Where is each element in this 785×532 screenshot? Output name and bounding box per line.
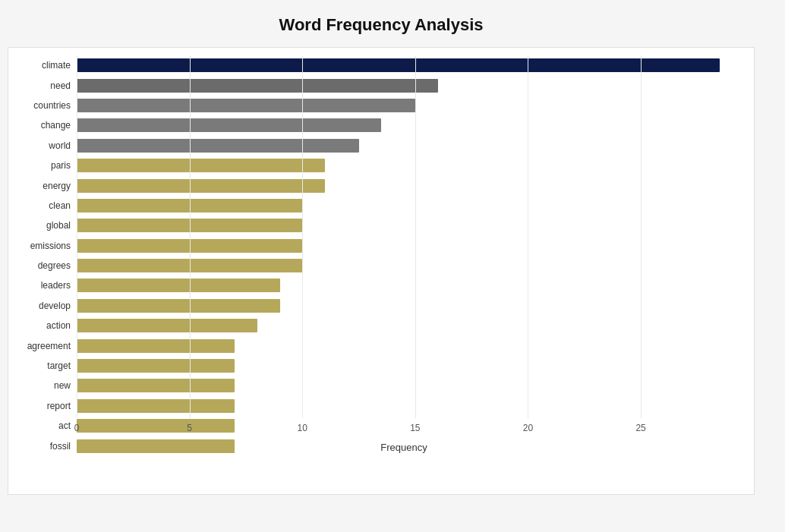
bar-row: action [77,317,731,334]
bar-row: climate [77,57,731,74]
bar [77,99,415,112]
bar [77,239,302,253]
bar-label: clean [10,200,71,211]
bar [77,259,302,272]
bar-label: report [10,401,71,411]
bar-row: target [77,357,731,374]
bar [77,299,280,313]
bar [77,79,438,93]
bar [77,279,280,292]
bar [77,319,257,332]
bar-label: develop [10,301,71,311]
bar-label: fossil [10,441,71,452]
x-axis: 0510152025Frequency [77,418,731,456]
bar-label: countries [10,100,71,111]
bar [77,139,359,153]
bar-row: degrees [77,257,731,274]
bar-row: energy [77,178,731,194]
x-tick-label: 20 [523,423,533,433]
bar-row: paris [77,157,731,174]
bar-label: action [10,320,71,331]
bar-label: leaders [10,280,71,291]
bar-label: world [10,140,71,151]
bar [77,179,325,193]
bar-label: agreement [10,341,71,351]
bars-section: climate need countries change world pari… [77,55,731,456]
bar-label: degrees [10,260,71,271]
x-tick-label: 10 [298,423,307,433]
bar [77,399,235,413]
chart-container: Word Frequency Analysis climate need cou… [0,0,785,532]
bar-row: new [77,377,731,394]
bar [77,118,381,132]
bar-label: new [10,380,71,391]
bar-label: change [10,120,71,131]
bar-label: paris [10,160,71,171]
chart-title: Word Frequency Analysis [8,15,755,35]
bar-row: global [77,217,731,234]
bar-row: agreement [77,338,731,354]
bar [77,58,720,72]
bar-label: target [10,360,71,371]
chart-area: climate need countries change world pari… [8,47,755,495]
bar-label: need [10,80,71,91]
bar-row: countries [77,97,731,114]
bar [77,379,235,392]
bar-row: report [77,398,731,414]
bar [77,219,302,232]
bar-label: emissions [10,241,71,251]
x-tick-label: 0 [74,423,80,433]
x-tick-label: 25 [635,423,645,433]
x-tick-label: 5 [187,423,192,433]
bar-label: act [10,420,71,431]
bar-label: energy [10,181,71,191]
bar-row: world [77,137,731,154]
bar-row: emissions [77,238,731,254]
bar-row: develop [77,297,731,314]
bar [77,339,235,353]
bar-row: change [77,117,731,134]
x-axis-label: Frequency [380,442,427,453]
bar [77,159,325,172]
bar [77,359,235,373]
x-tick-label: 15 [410,423,420,433]
bar-row: clean [77,197,731,214]
bar-label: climate [10,60,71,71]
bar-label: global [10,220,71,231]
bar-row: leaders [77,277,731,294]
bar-row: need [77,77,731,94]
bar [77,199,302,212]
